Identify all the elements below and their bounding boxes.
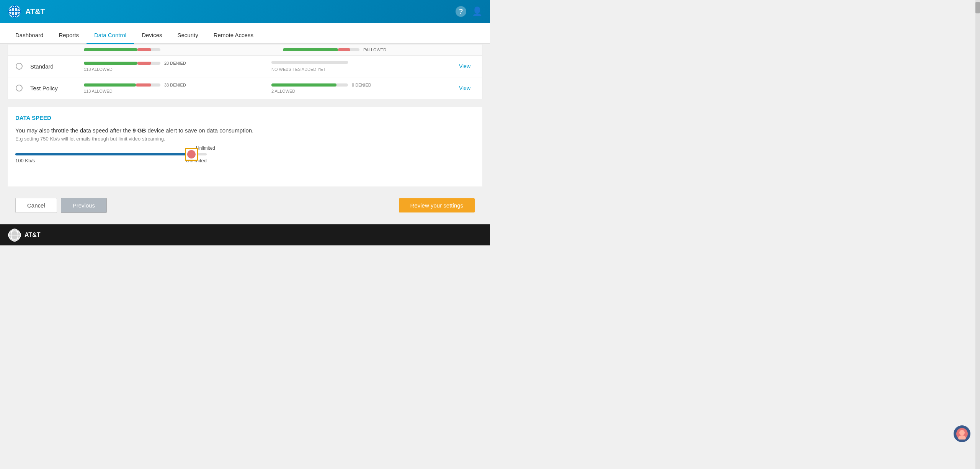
slider-track[interactable] — [15, 153, 207, 155]
slider-min-label: 100 Kb/s — [15, 158, 35, 163]
no-websites-bar — [271, 61, 348, 64]
att-globe-icon — [8, 5, 21, 18]
data-speed-title: DATA SPEED — [15, 114, 475, 121]
desc-before: You may also throttle the data speed aft… — [15, 127, 132, 134]
desc-after: device alert to save on data consumption… — [146, 127, 253, 134]
user-icon[interactable]: 👤 — [472, 7, 482, 16]
nav-remote-access[interactable]: Remote Access — [206, 27, 261, 44]
review-settings-button[interactable]: Review your settings — [399, 198, 475, 212]
data-speed-description: You may also throttle the data speed aft… — [15, 127, 475, 134]
slider-label-unlimited-top: Unlimited — [196, 145, 215, 151]
denied-label-test-2: 0 DENIED — [352, 83, 371, 87]
view-link-test[interactable]: View — [459, 85, 474, 91]
allowed-label-test-1: 113 ALLOWED — [84, 89, 264, 93]
logo: AT&T — [8, 5, 45, 18]
help-icon[interactable]: ? — [456, 6, 466, 17]
data-speed-section: DATA SPEED You may also throttle the dat… — [8, 107, 482, 186]
buttons-row: Cancel Previous Review your settings — [8, 194, 482, 217]
policy-radio-test[interactable] — [16, 85, 23, 92]
table-row: Test Policy 33 DENIED 113 ALLOWED 0 DENI… — [8, 77, 482, 99]
policy-name-test: Test Policy — [30, 85, 76, 92]
highlight-gb: 9 GB — [132, 127, 146, 134]
policy-table: PALLOWED Standard 28 DENIED 118 ALLOWED … — [8, 44, 482, 99]
slider-fill — [15, 153, 191, 155]
view-link-standard[interactable]: View — [459, 63, 474, 69]
main-content: PALLOWED Standard 28 DENIED 118 ALLOWED … — [0, 44, 490, 224]
policy-stats-test-1: 33 DENIED 113 ALLOWED — [84, 83, 264, 93]
data-speed-slider-container: Unlimited 100 Kb/s Unlimited — [15, 153, 475, 175]
previous-button[interactable]: Previous — [61, 198, 107, 213]
nav-security[interactable]: Security — [170, 27, 206, 44]
footer-globe-icon — [8, 228, 21, 242]
slider-thumb-box[interactable] — [185, 148, 198, 161]
denied-label-standard-1: 28 DENIED — [164, 61, 186, 65]
brand-name: AT&T — [25, 7, 45, 16]
slider-labels: 100 Kb/s Unlimited — [15, 158, 207, 163]
nav-dashboard[interactable]: Dashboard — [8, 27, 51, 44]
table-row: Standard 28 DENIED 118 ALLOWED NO WEBSIT… — [8, 56, 482, 77]
policy-stats-test-2: 0 DENIED 2 ALLOWED — [271, 83, 451, 93]
footer-brand: AT&T — [24, 232, 40, 239]
denied-label-test-1: 33 DENIED — [164, 83, 186, 87]
footer: AT&T — [0, 224, 490, 245]
navigation: Dashboard Reports Data Control Devices S… — [0, 23, 490, 44]
nav-reports[interactable]: Reports — [51, 27, 87, 44]
policy-radio-standard[interactable] — [16, 63, 23, 70]
policy-stats-standard-1: 28 DENIED 118 ALLOWED — [84, 61, 264, 72]
data-speed-hint: E.g setting 750 Kb/s will let emails thr… — [15, 136, 475, 142]
cancel-button[interactable]: Cancel — [15, 198, 57, 213]
header-icons: ? 👤 — [456, 6, 482, 17]
policy-stats-standard-2: NO WEBSITES ADDED YET — [271, 61, 451, 72]
footer-logo: AT&T — [8, 228, 40, 242]
allowed-label-test-2: 2 ALLOWED — [271, 89, 451, 93]
nav-data-control[interactable]: Data Control — [87, 27, 134, 44]
allowed-label-standard-1: 118 ALLOWED — [84, 67, 264, 72]
slider-thumb-dot — [187, 150, 196, 159]
policy-name-standard: Standard — [30, 63, 76, 70]
header: AT&T ? 👤 — [0, 0, 490, 23]
slider-thumb[interactable] — [185, 148, 198, 161]
nav-devices[interactable]: Devices — [134, 27, 170, 44]
no-websites-text: NO WEBSITES ADDED YET — [271, 67, 451, 72]
